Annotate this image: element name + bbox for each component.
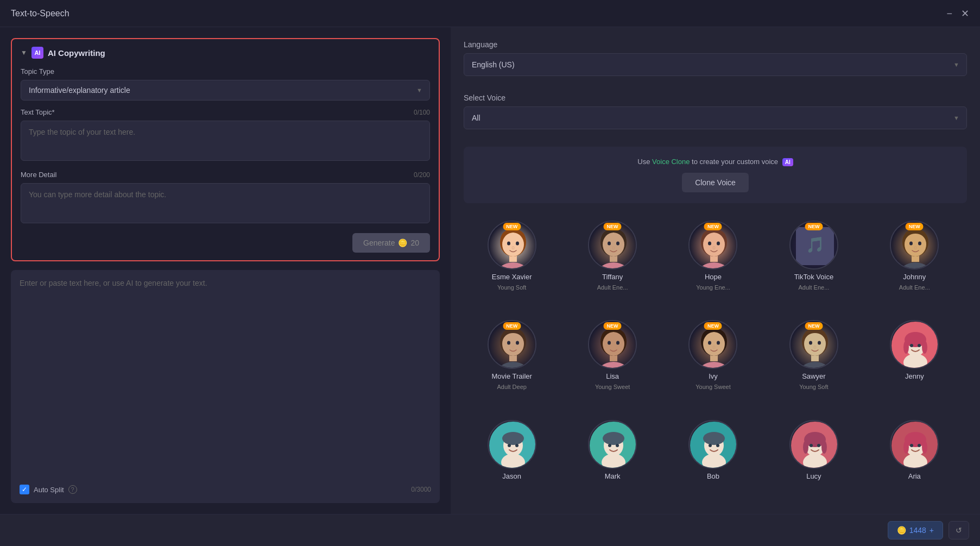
app-window: Text-to-Speech − ✕ ▼ AI AI Copywriting T… [0,0,980,546]
title-bar: Text-to-Speech − ✕ [0,0,980,27]
svg-text:🎵: 🎵 [805,236,824,254]
more-detail-input[interactable] [21,183,430,223]
ai-header: ▼ AI AI Copywriting [21,47,430,59]
svg-point-6 [516,242,519,246]
voice-name-hope: Hope [705,273,722,281]
svg-point-32 [909,242,913,246]
voice-card-ivy[interactable]: NEWIvyYoung Sweet [665,320,761,411]
topic-type-label: Topic Type [21,67,430,76]
voice-card-aria[interactable]: Aria [867,420,963,501]
voice-card-hope[interactable]: NEWHopeYoung Ene... [665,221,761,311]
topic-type-wrapper: Informative/explanatory article [21,80,430,101]
svg-point-56 [708,341,711,345]
voice-avatar-mark [588,420,637,469]
voice-card-movie-trailer[interactable]: NEWMovie TrailerAdult Deep [464,320,560,411]
coin-count-button[interactable]: 🪙 1448 + [888,521,943,539]
coin-icon: 🪙 [398,239,407,247]
voice-card-tiktok-voice[interactable]: 🎵NEWTikTok VoiceAdult Ene... [766,221,862,311]
voice-type-johnny: Adult Ene... [899,284,930,291]
voice-clone-link[interactable]: Voice Clone [652,158,690,166]
voice-clone-description: Use Voice Clone to create your custom vo… [475,158,956,166]
svg-point-55 [703,332,725,356]
voice-select[interactable]: All [464,106,967,129]
ai-copywriting-title: AI Copywriting [48,48,105,58]
new-badge-movie-trailer: NEW [503,322,521,330]
add-coin-label: + [930,526,934,535]
new-badge-lisa: NEW [604,322,622,330]
voice-card-lisa[interactable]: NEWLisaYoung Sweet [564,320,660,411]
svg-point-65 [818,341,821,345]
title-bar-controls: − ✕ [946,9,969,18]
svg-point-21 [708,242,711,246]
voice-card-bob[interactable]: Bob [665,420,761,501]
ai-icon: AI [31,47,43,59]
svg-point-86 [616,444,619,447]
language-select-wrapper: English (US) [464,53,967,76]
auto-split-checkbox[interactable]: ✓ [20,485,29,494]
voice-avatar-jason [488,420,536,469]
minimize-button[interactable]: − [946,9,952,18]
coin-count: 1448 [909,526,926,535]
svg-point-4 [502,233,524,256]
clone-voice-button[interactable]: Clone Voice [682,173,749,192]
voice-card-mark[interactable]: Mark [564,420,660,501]
new-badge-esme-xavier: NEW [503,223,521,230]
svg-point-100 [817,444,820,447]
svg-point-58 [713,346,715,349]
main-content: ▼ AI AI Copywriting Topic Type Informati… [0,27,980,514]
voice-card-tiffany[interactable]: NEWTiffanyAdult Ene... [564,221,660,311]
svg-point-99 [810,444,813,447]
svg-point-91 [709,444,712,447]
text-topic-label: Text Topic* [21,108,55,116]
language-select[interactable]: English (US) [464,53,967,76]
voice-card-lucy[interactable]: Lucy [766,420,862,501]
svg-point-97 [803,441,808,454]
text-topic-label-row: Text Topic* 0/100 [21,108,430,116]
svg-point-85 [608,444,611,447]
svg-point-12 [603,233,624,256]
svg-point-15 [612,247,615,249]
voice-grid-container: NEWEsme XavierYoung SoftNEWTiffanyAdult … [464,221,967,501]
voice-type-sawyer: Young Soft [799,384,828,390]
topic-type-select[interactable]: Informative/explanatory article [21,80,430,101]
voice-clone-box: Use Voice Clone to create your custom vo… [464,147,967,203]
voice-avatar-jenny [890,320,939,369]
generate-cost: 20 [410,239,419,247]
voice-name-johnny: Johnny [903,273,926,281]
voice-avatar-lucy [789,420,838,469]
voice-type-movie-trailer: Adult Deep [497,384,526,390]
new-badge-hope: NEW [704,223,722,230]
voice-card-esme-xavier[interactable]: NEWEsme XavierYoung Soft [464,221,560,311]
voice-card-jenny[interactable]: Jenny [867,320,963,411]
text-topic-input[interactable] [21,121,430,161]
svg-point-20 [703,233,725,256]
generate-button[interactable]: Generate 🪙 20 [352,233,430,253]
voice-grid: NEWEsme XavierYoung SoftNEWTiffanyAdult … [464,221,967,501]
right-panel: Language English (US) Select Voice All [451,27,980,514]
new-badge-ivy: NEW [704,322,722,330]
select-voice-label: Select Voice [464,93,967,102]
voice-type-esme-xavier: Young Soft [497,284,526,291]
close-button[interactable]: ✕ [961,9,969,18]
voice-card-jason[interactable]: Jason [464,420,560,501]
voice-name-lisa: Lisa [606,372,619,380]
voice-card-sawyer[interactable]: NEWSawyerYoung Soft [766,320,862,411]
voice-clone-pre-text: Use [637,158,650,166]
editor-placeholder: Enter or paste text here, or use AI to g… [20,279,431,287]
toggle-icon[interactable]: ▼ [21,49,27,57]
new-badge-johnny: NEW [906,223,924,230]
svg-point-90 [703,432,725,445]
help-icon[interactable]: ? [68,485,77,494]
svg-point-78 [502,432,524,445]
more-detail-group: More Detail 0/200 [21,171,430,225]
svg-point-74 [918,344,921,347]
editor-char-count: 0/3000 [411,486,431,493]
refresh-button[interactable]: ↺ [949,521,969,539]
voice-name-mark: Mark [605,472,621,480]
svg-point-41 [516,341,519,345]
voice-card-johnny[interactable]: NEWJohnnyAdult Ene... [867,221,963,311]
svg-point-13 [608,242,611,246]
voice-avatar-aria [890,420,939,469]
svg-point-48 [608,341,611,345]
voice-name-aria: Aria [908,472,921,480]
